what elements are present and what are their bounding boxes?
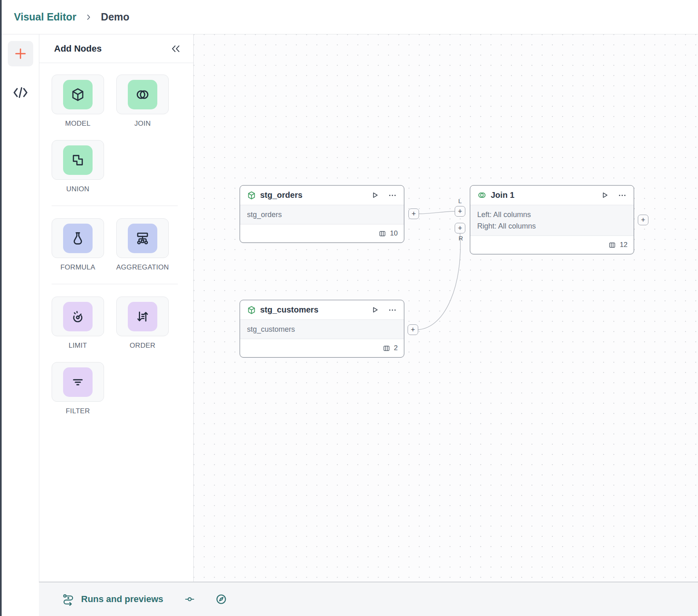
play-icon bbox=[370, 306, 379, 314]
run-node-button[interactable] bbox=[370, 306, 379, 314]
palette-divider bbox=[52, 284, 178, 284]
left-rail bbox=[2, 34, 39, 616]
runs-and-previews-button[interactable]: Runs and previews bbox=[62, 593, 163, 606]
cube-icon bbox=[247, 306, 256, 315]
node-menu-button[interactable] bbox=[388, 306, 397, 315]
node-title: Join 1 bbox=[491, 190, 514, 200]
code-view-button[interactable] bbox=[11, 84, 30, 101]
plus-icon bbox=[13, 46, 28, 61]
ellipsis-icon bbox=[388, 306, 397, 315]
union-shapes-icon bbox=[63, 145, 93, 175]
columns-icon bbox=[378, 230, 386, 238]
tile-label: UNION bbox=[66, 185, 89, 193]
tile-label: FILTER bbox=[66, 407, 90, 415]
edge-customers-to-join-right bbox=[418, 233, 460, 330]
palette-tile-join[interactable]: JOIN bbox=[116, 75, 169, 128]
port-join-right-input[interactable]: + bbox=[455, 223, 465, 233]
palette-tile-aggregation[interactable]: AGGREGATION bbox=[116, 218, 169, 272]
visual-editor-app: Visual Editor Demo bbox=[0, 0, 698, 616]
palette-group-shaping: LIMIT ORDER bbox=[52, 297, 184, 415]
tile-label: LIMIT bbox=[69, 342, 87, 350]
join-right-port-label: R bbox=[456, 235, 466, 242]
node-stg-orders[interactable]: stg_orders stg_orders bbox=[240, 185, 404, 243]
palette-tile-model[interactable]: MODEL bbox=[52, 75, 104, 128]
palette-tile-filter[interactable]: FILTER bbox=[52, 362, 104, 415]
flask-icon bbox=[63, 224, 93, 253]
play-icon bbox=[370, 191, 379, 199]
join-circles-icon bbox=[477, 190, 487, 200]
explore-button[interactable] bbox=[215, 593, 227, 605]
node-source-name: stg_customers bbox=[247, 324, 397, 335]
flow-canvas[interactable]: stg_orders stg_orders bbox=[194, 34, 698, 582]
runs-and-previews-label: Runs and previews bbox=[81, 594, 163, 605]
join-left-summary: Left: All columns bbox=[477, 209, 627, 220]
filter-lines-icon bbox=[63, 367, 93, 397]
collapse-double-chevron-left-icon bbox=[170, 45, 181, 53]
port-stg-orders-output[interactable]: + bbox=[408, 208, 419, 219]
columns-icon bbox=[383, 344, 390, 352]
join-circles-icon bbox=[128, 80, 157, 109]
collapse-panel-button[interactable] bbox=[170, 45, 181, 53]
bottom-bar: Runs and previews bbox=[39, 582, 698, 616]
node-menu-button[interactable] bbox=[618, 191, 627, 200]
palette-group-sources: MODEL JOIN bbox=[52, 75, 184, 193]
node-menu-button[interactable] bbox=[388, 191, 397, 200]
node-title: stg_orders bbox=[260, 190, 302, 200]
columns-icon bbox=[608, 241, 616, 249]
aggregation-tree-icon bbox=[128, 224, 157, 253]
sort-arrows-icon bbox=[128, 302, 157, 331]
commit-button[interactable] bbox=[184, 593, 195, 605]
column-count: 2 bbox=[394, 344, 398, 352]
code-icon bbox=[12, 86, 29, 99]
port-stg-customers-output[interactable]: + bbox=[408, 324, 418, 335]
page-title: Demo bbox=[101, 11, 129, 23]
node-stg-customers[interactable]: stg_customers stg_custom bbox=[240, 300, 404, 358]
tile-label: ORDER bbox=[130, 342, 156, 350]
play-icon bbox=[600, 191, 609, 199]
run-node-button[interactable] bbox=[600, 191, 609, 199]
palette-group-transforms: FORMULA AGGREGATION bbox=[52, 218, 184, 272]
tile-label: AGGREGATION bbox=[116, 263, 169, 272]
column-count: 10 bbox=[390, 229, 398, 238]
tile-label: MODEL bbox=[65, 120, 91, 128]
palette-tile-formula[interactable]: FORMULA bbox=[52, 218, 104, 272]
add-node-button[interactable] bbox=[8, 41, 33, 66]
chevron-right-icon bbox=[84, 13, 93, 21]
ellipsis-icon bbox=[388, 191, 397, 200]
palette-tile-union[interactable]: UNION bbox=[52, 140, 104, 193]
add-nodes-panel: Add Nodes bbox=[39, 34, 194, 582]
port-join-output[interactable]: + bbox=[638, 215, 648, 225]
join-right-summary: Right: All columns bbox=[477, 220, 627, 232]
tile-label: FORMULA bbox=[60, 263, 95, 272]
palette-tile-order[interactable]: ORDER bbox=[116, 297, 169, 350]
palette-tile-limit[interactable]: LIMIT bbox=[52, 297, 104, 350]
cube-icon bbox=[63, 80, 93, 109]
port-join-left-input[interactable]: + bbox=[455, 206, 465, 217]
breadcrumb-root-link[interactable]: Visual Editor bbox=[14, 11, 76, 23]
tile-label: JOIN bbox=[134, 120, 151, 128]
gauge-icon bbox=[63, 302, 93, 331]
panel-title: Add Nodes bbox=[54, 43, 102, 54]
route-icon bbox=[62, 593, 75, 606]
join-left-port-label: L bbox=[455, 197, 465, 204]
run-node-button[interactable] bbox=[370, 191, 379, 199]
node-source-name: stg_orders bbox=[247, 209, 397, 220]
node-join-1[interactable]: Join 1 Left: All columns bbox=[470, 185, 634, 254]
breadcrumb: Visual Editor Demo bbox=[2, 0, 698, 34]
edge-orders-to-join-left bbox=[419, 211, 455, 214]
compass-icon bbox=[215, 593, 227, 605]
commit-icon bbox=[184, 593, 195, 605]
node-title: stg_customers bbox=[260, 305, 318, 315]
cube-icon bbox=[247, 191, 256, 200]
ellipsis-icon bbox=[618, 191, 627, 200]
palette-divider bbox=[52, 206, 178, 206]
column-count: 12 bbox=[620, 241, 628, 249]
